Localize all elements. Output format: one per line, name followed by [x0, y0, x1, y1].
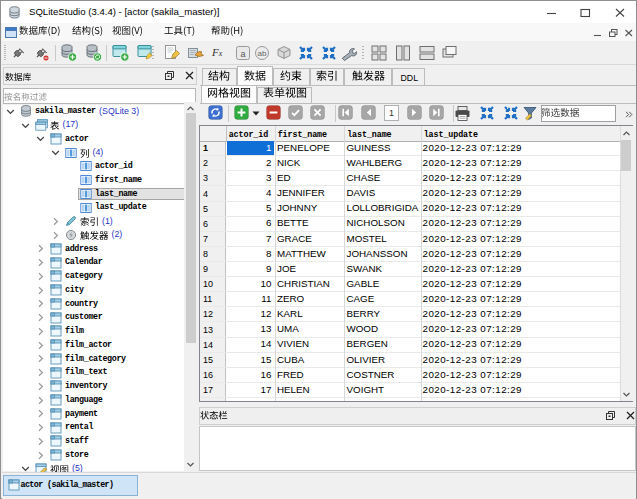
svg-text:ab: ab [257, 49, 266, 58]
svg-text:a: a [240, 49, 245, 59]
